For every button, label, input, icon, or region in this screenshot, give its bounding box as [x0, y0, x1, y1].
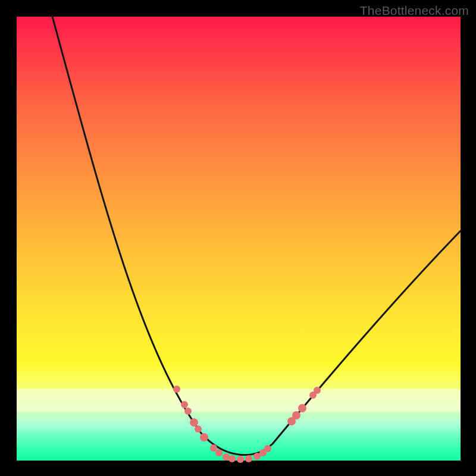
- curve-marker: [173, 386, 180, 393]
- curve-marker: [314, 387, 321, 394]
- curve-marker: [184, 408, 192, 415]
- curve-marker: [264, 445, 271, 452]
- chart-plot-area: [17, 17, 461, 461]
- watermark-text: TheBottleneck.com: [360, 4, 469, 18]
- curve-marker: [200, 433, 208, 441]
- curve-marker: [245, 455, 252, 462]
- curve-marker: [253, 453, 261, 460]
- curve-marker: [190, 418, 198, 427]
- bottleneck-curve: [52, 17, 461, 455]
- curve-marker: [298, 404, 306, 412]
- curve-marker: [195, 425, 202, 433]
- curve-marker: [292, 411, 300, 419]
- chart-svg: [17, 17, 461, 461]
- curve-marker: [228, 455, 236, 462]
- curve-marker: [237, 456, 244, 463]
- curve-markers: [173, 386, 321, 463]
- curve-marker: [215, 449, 223, 456]
- curve-marker: [210, 444, 217, 452]
- curve-marker: [181, 401, 188, 408]
